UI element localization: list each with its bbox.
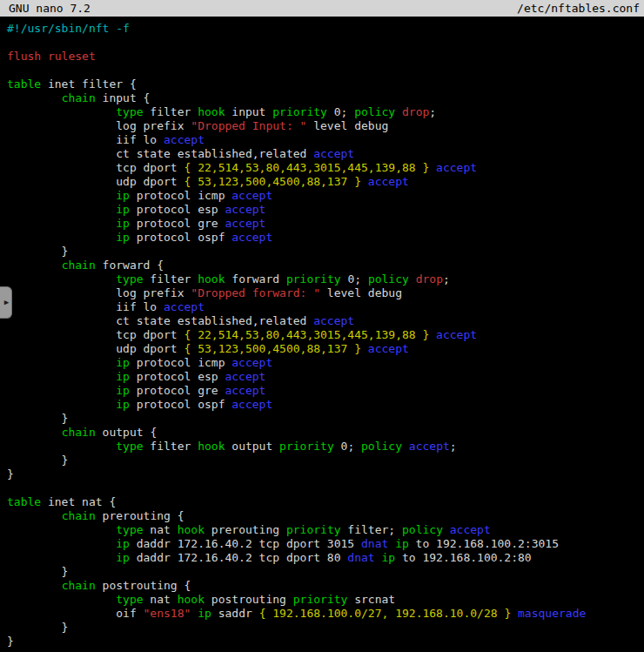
code-token	[7, 551, 116, 564]
code-token: accept	[450, 523, 491, 536]
code-token	[7, 593, 116, 606]
editor-content[interactable]: #!/usr/sbin/nft -fflush rulesettable ine…	[0, 17, 644, 649]
code-token: input	[225, 105, 272, 118]
code-token: hook	[198, 440, 225, 453]
code-line: chain output {	[7, 426, 644, 440]
code-token: filter;	[341, 523, 402, 536]
code-token	[443, 523, 450, 536]
code-token: policy	[354, 105, 395, 118]
code-line: chain forward {	[7, 259, 644, 272]
code-line: }	[7, 467, 644, 481]
code-token: policy	[361, 440, 402, 453]
code-token: postrouting	[205, 593, 293, 606]
code-token: priority	[293, 593, 348, 606]
code-token	[7, 426, 62, 439]
code-token: }	[7, 621, 68, 634]
code-line: type nat hook prerouting priority filter…	[7, 523, 644, 537]
code-line	[7, 481, 644, 495]
code-token: accept	[225, 384, 265, 397]
code-token: priority	[286, 523, 341, 536]
code-token	[7, 105, 116, 118]
code-line: }	[7, 635, 644, 649]
sidebar-expand-handle[interactable]: ▶	[0, 286, 12, 319]
code-token: accept	[231, 356, 272, 369]
code-token	[7, 231, 116, 244]
code-token: srcnat	[347, 593, 395, 606]
code-token: protocol esp	[130, 370, 225, 383]
code-token: ip	[198, 607, 211, 620]
code-token: ip	[116, 398, 130, 411]
code-token: { 192.168.100.0/27, 192.168.10.0/28 }	[259, 607, 512, 620]
code-token	[7, 509, 62, 522]
code-token: accept	[164, 133, 205, 146]
code-token: "Dropped forward: "	[191, 286, 320, 299]
code-token: filter	[144, 440, 198, 453]
code-token	[7, 579, 62, 592]
code-token: nat	[144, 523, 178, 536]
code-token: { 22,514,53,80,443,3015,445,139,88 }	[184, 328, 430, 341]
code-line: table inet nat {	[7, 495, 644, 509]
code-token: filter	[144, 105, 198, 118]
code-token: level debug	[306, 119, 388, 132]
code-token: type	[116, 105, 143, 118]
code-token	[7, 217, 116, 230]
code-token: policy	[368, 272, 409, 286]
code-line: ip protocol icmp accept	[7, 356, 644, 370]
code-token: ;	[443, 272, 450, 286]
code-token: ip	[116, 189, 130, 202]
code-token	[388, 537, 395, 550]
code-token: "ens18"	[144, 607, 191, 620]
code-line: #!/usr/sbin/nft -f	[7, 22, 644, 36]
code-token	[409, 272, 416, 286]
code-token: chain	[62, 426, 96, 439]
code-token: prerouting {	[96, 509, 184, 522]
code-token: accept	[164, 300, 205, 313]
code-token	[7, 523, 116, 536]
code-token: forward {	[96, 259, 164, 272]
code-token	[7, 384, 116, 397]
code-token: inet nat {	[41, 495, 116, 508]
code-token: level debug	[320, 286, 402, 299]
terminal-screen: GNU nano 7.2 /etc/nftables.conf #!/usr/s…	[0, 0, 644, 652]
code-token: ;	[429, 105, 436, 118]
code-token	[7, 272, 116, 286]
code-token: }	[7, 412, 68, 425]
code-token	[395, 105, 402, 118]
nano-filename-label: /etc/nftables.conf	[517, 2, 640, 15]
code-token: accept	[231, 189, 272, 202]
code-line: ct state established,related accept	[7, 314, 644, 328]
code-token: accept	[368, 342, 409, 355]
code-token: protocol icmp	[130, 189, 231, 202]
code-line	[7, 36, 644, 50]
code-line: udp dport { 53,123,500,4500,88,137 } acc…	[7, 175, 644, 189]
code-line: ip protocol esp accept	[7, 203, 644, 217]
code-token: type	[116, 593, 143, 606]
code-token: log prefix	[7, 119, 191, 132]
code-token	[7, 440, 116, 453]
code-line: log prefix "Dropped Input: " level debug	[7, 119, 644, 133]
code-token: }	[7, 454, 68, 467]
code-token: 0;	[334, 440, 361, 453]
code-token: 0;	[327, 105, 354, 118]
code-token: protocol gre	[130, 217, 225, 230]
code-token	[7, 259, 62, 272]
code-token: tcp dport	[7, 328, 184, 341]
code-token: inet filter {	[41, 77, 137, 91]
code-token: ip	[116, 203, 130, 216]
code-token	[429, 161, 436, 174]
code-token: accept	[225, 203, 265, 216]
code-line: ip protocol gre accept	[7, 217, 644, 231]
code-token: udp dport	[7, 175, 184, 188]
code-token	[7, 370, 116, 383]
nano-titlebar: GNU nano 7.2 /etc/nftables.conf	[0, 0, 644, 17]
code-token: protocol icmp	[130, 356, 231, 369]
code-token: accept	[436, 328, 477, 341]
code-token: type	[116, 523, 143, 536]
code-token: ip	[381, 551, 395, 564]
code-token: }	[7, 467, 14, 481]
code-token: masquerade	[518, 607, 586, 620]
code-token: nat	[144, 593, 178, 606]
code-token: drop	[402, 105, 429, 118]
code-line: ct state established,related accept	[7, 147, 644, 161]
code-token: { 53,123,500,4500,88,137 }	[184, 342, 362, 355]
